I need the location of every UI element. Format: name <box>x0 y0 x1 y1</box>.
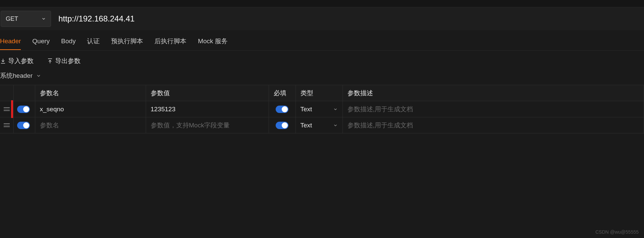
import-icon <box>0 58 6 64</box>
enable-toggle[interactable] <box>17 106 30 113</box>
top-strip <box>0 0 644 7</box>
http-method-label: GET <box>6 15 18 22</box>
tab-query[interactable]: Query <box>32 36 50 50</box>
tab-auth[interactable]: 认证 <box>87 35 100 50</box>
system-header-label: 系统header <box>0 71 33 80</box>
chevron-down-icon <box>36 73 41 78</box>
import-label: 导入参数 <box>8 57 34 65</box>
params-table: 参数名 参数值 必填 类型 参数描述 Text <box>0 85 644 133</box>
request-tabs: Header Query Body 认证 预执行脚本 后执行脚本 Mock 服务 <box>0 30 644 51</box>
export-label: 导出参数 <box>55 57 81 65</box>
chevron-down-icon <box>41 16 46 21</box>
drag-handle-icon[interactable] <box>0 117 13 133</box>
tab-body[interactable]: Body <box>61 36 76 50</box>
param-type-label: Text <box>301 106 312 113</box>
col-value-header: 参数值 <box>146 85 269 101</box>
param-value-input[interactable] <box>146 101 269 117</box>
drag-handle-icon[interactable] <box>0 101 13 117</box>
export-params-button[interactable]: 导出参数 <box>47 57 81 65</box>
required-toggle[interactable] <box>276 122 288 129</box>
param-name-input[interactable] <box>35 117 146 133</box>
param-type-select[interactable]: Text <box>296 117 342 133</box>
chevron-down-icon <box>333 107 338 112</box>
import-params-button[interactable]: 导入参数 <box>0 57 34 65</box>
required-toggle[interactable] <box>276 106 288 113</box>
param-name-input[interactable] <box>35 101 146 117</box>
table-row: Text <box>0 101 644 117</box>
col-name-header: 参数名 <box>35 85 146 101</box>
col-toggle-header <box>13 85 35 101</box>
param-desc-input[interactable] <box>343 117 644 133</box>
tab-post-script[interactable]: 后执行脚本 <box>154 35 186 50</box>
param-actions: 导入参数 导出参数 <box>0 51 644 69</box>
col-type-header: 类型 <box>295 85 342 101</box>
enable-toggle[interactable] <box>17 122 30 129</box>
tab-pre-script[interactable]: 预执行脚本 <box>111 35 143 50</box>
tab-header[interactable]: Header <box>0 36 21 50</box>
param-desc-input[interactable] <box>343 101 644 117</box>
url-input[interactable] <box>56 11 644 27</box>
watermark: CSDN @wu@55555 <box>595 229 639 235</box>
request-bar: GET <box>0 7 644 30</box>
col-required-header: 必填 <box>269 85 295 101</box>
col-desc-header: 参数描述 <box>342 85 644 101</box>
http-method-select[interactable]: GET <box>1 11 51 27</box>
param-type-select[interactable]: Text <box>296 101 342 117</box>
export-icon <box>47 58 53 64</box>
table-header-row: 参数名 参数值 必填 类型 参数描述 <box>0 85 644 101</box>
tab-mock[interactable]: Mock 服务 <box>198 35 228 50</box>
table-row: Text <box>0 117 644 133</box>
system-header-toggle[interactable]: 系统header <box>0 69 644 85</box>
param-type-label: Text <box>301 122 312 129</box>
param-value-input[interactable] <box>146 117 269 133</box>
col-drag-header <box>0 85 13 101</box>
chevron-down-icon <box>333 123 338 128</box>
